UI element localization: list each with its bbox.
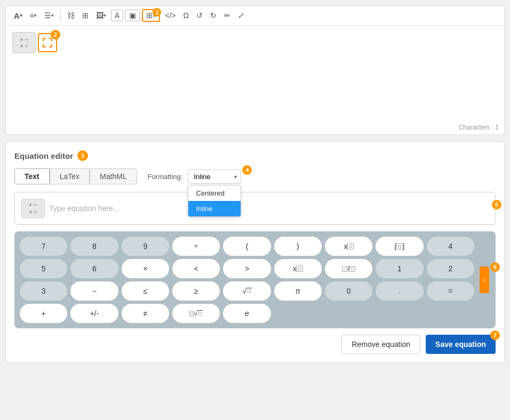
equation-editor-title: Equation editor — [14, 151, 73, 160]
key-neq[interactable]: ≠ — [122, 304, 169, 323]
formatting-select-wrapper: Centered Inline ▾ Centered Inline 4 — [188, 169, 241, 184]
formula-selected-inner — [43, 38, 52, 47]
equation-editor-badge: 3 — [77, 150, 88, 161]
key-geq[interactable]: ≥ — [172, 281, 220, 301]
key-sqrt[interactable]: √□ — [223, 281, 270, 301]
key-nthroot[interactable]: □√□ — [172, 304, 220, 323]
editor-body: + −× ÷ 2 — [6, 26, 504, 122]
formula-badge: 1 — [153, 8, 161, 17]
key-rparen[interactable]: ) — [274, 237, 322, 256]
input-badge: 5 — [492, 200, 501, 209]
key-div[interactable]: ÷ — [172, 237, 220, 256]
tabs-formatting-row: Text LaTex MathML Formatting: Centered I… — [14, 168, 496, 184]
sidebar-badge: 6 — [490, 262, 500, 272]
table-button[interactable]: ⊞ — [79, 10, 91, 21]
text-a-button[interactable]: A — [111, 10, 123, 21]
key-abs[interactable]: |□| — [376, 237, 423, 256]
list-button[interactable]: ☰▾ — [42, 10, 57, 21]
formula-math-icon: + −× ÷ — [12, 32, 36, 53]
equation-editor: Equation editor 3 Text LaTex MathML Form… — [5, 141, 505, 363]
dropdown-centered[interactable]: Centered — [188, 185, 241, 201]
dropdown-inline[interactable]: Inline — [188, 201, 241, 216]
key-3[interactable]: 3 — [20, 281, 67, 301]
tab-text[interactable]: Text — [14, 168, 50, 184]
key-plusminus[interactable]: +/- — [70, 304, 118, 323]
key-0[interactable]: 0 — [325, 281, 372, 301]
key-lt[interactable]: < — [172, 259, 220, 278]
save-badge: 7 — [490, 330, 500, 340]
sidebar-toggle-button[interactable]: ‹ 6 — [480, 266, 489, 293]
keypad-main: 7 8 9 ÷ ( ) x□ |□| 4 5 6 × < > x□ □/□ 1 … — [20, 237, 474, 323]
key-9[interactable]: 9 — [122, 237, 169, 256]
remove-equation-button[interactable]: Remove equation — [341, 335, 420, 354]
save-equation-button[interactable]: Save equation 7 — [426, 335, 496, 354]
key-leq[interactable]: ≤ — [122, 281, 169, 301]
expand-button[interactable]: ⤢ — [235, 10, 247, 21]
key-frac[interactable]: □/□ — [325, 259, 372, 278]
link-button[interactable]: ⛓ — [65, 10, 77, 21]
code-button[interactable]: </> — [162, 10, 178, 21]
tab-latex[interactable]: LaTex — [50, 168, 90, 184]
omega-button[interactable]: Ω — [180, 10, 191, 21]
key-lparen[interactable]: ( — [223, 237, 270, 256]
key-mul[interactable]: × — [122, 259, 169, 278]
equation-placeholder-text: Type equation here... — [49, 204, 119, 213]
key-4[interactable]: 4 — [427, 237, 474, 256]
key-dot[interactable]: . — [376, 281, 423, 301]
toolbar: A▾ ≡▾ ☰▾ ⛓ ⊞ 🖼▾ A ▣ ⊞≡ 1 </> Ω ↺ ↻ ✏ ⤢ — [6, 6, 504, 26]
equation-input-area[interactable]: + −× ÷ Type equation here... 5 — [14, 192, 496, 225]
tabs-group: Text LaTex MathML — [14, 168, 137, 184]
key-1[interactable]: 1 — [376, 259, 423, 278]
editor-formula-badge: 2 — [51, 30, 60, 39]
key-eq[interactable]: = — [427, 281, 474, 301]
undo-button[interactable]: ↺ — [194, 10, 205, 21]
formatting-dropdown: Centered Inline — [188, 185, 241, 217]
key-xsup[interactable]: x□ — [325, 237, 372, 256]
align-button[interactable]: ≡▾ — [27, 10, 39, 21]
equation-editor-header: Equation editor 3 — [14, 150, 496, 161]
formatting-label: Formatting: — [148, 173, 183, 181]
toolbar-separator-1 — [60, 10, 61, 21]
key-6[interactable]: 6 — [70, 259, 118, 278]
key-gt[interactable]: > — [223, 259, 270, 278]
equation-input-wrapper: + −× ÷ Type equation here... 5 — [14, 192, 496, 225]
save-equation-label: Save equation — [435, 340, 486, 349]
formula-button[interactable]: ⊞≡ 1 — [142, 9, 160, 22]
block-button[interactable]: ▣ — [125, 10, 140, 21]
formatting-select[interactable]: Centered Inline — [188, 169, 241, 184]
formula-block: + −× ÷ 2 — [12, 32, 57, 53]
equation-placeholder: Type equation here... 5 — [49, 204, 489, 213]
char-count: Characters : 1 — [6, 122, 504, 134]
tab-mathml[interactable]: MathML — [90, 168, 137, 184]
keypad-area: 7 8 9 ÷ ( ) x□ |□| 4 5 6 × < > x□ □/□ 1 … — [14, 231, 496, 328]
key-2[interactable]: 2 — [427, 259, 474, 278]
key-e[interactable]: e — [223, 304, 270, 323]
redo-button[interactable]: ↻ — [208, 10, 219, 21]
key-minus[interactable]: − — [70, 281, 118, 301]
key-7[interactable]: 7 — [20, 237, 67, 256]
key-xsub[interactable]: x□ — [274, 259, 322, 278]
key-pi[interactable]: π — [274, 281, 322, 301]
key-plus[interactable]: + — [20, 304, 67, 323]
font-button[interactable]: A▾ — [11, 10, 25, 22]
eq-formula-icon: + −× ÷ — [21, 199, 45, 218]
key-5[interactable]: 5 — [20, 259, 67, 278]
dropdown-badge: 4 — [242, 165, 252, 175]
formula-selected-box[interactable]: 2 — [38, 33, 57, 52]
editor-container: A▾ ≡▾ ☰▾ ⛓ ⊞ 🖼▾ A ▣ ⊞≡ 1 </> Ω ↺ ↻ ✏ ⤢ +… — [5, 5, 505, 135]
key-8[interactable]: 8 — [70, 237, 118, 256]
formatting-row: Formatting: Centered Inline ▾ Centered I… — [148, 169, 242, 184]
keypad-sidebar: ‹ 6 — [479, 237, 490, 323]
pen-button[interactable]: ✏ — [221, 10, 233, 21]
image-button[interactable]: 🖼▾ — [93, 10, 109, 21]
action-row: Remove equation Save equation 7 — [14, 335, 496, 354]
